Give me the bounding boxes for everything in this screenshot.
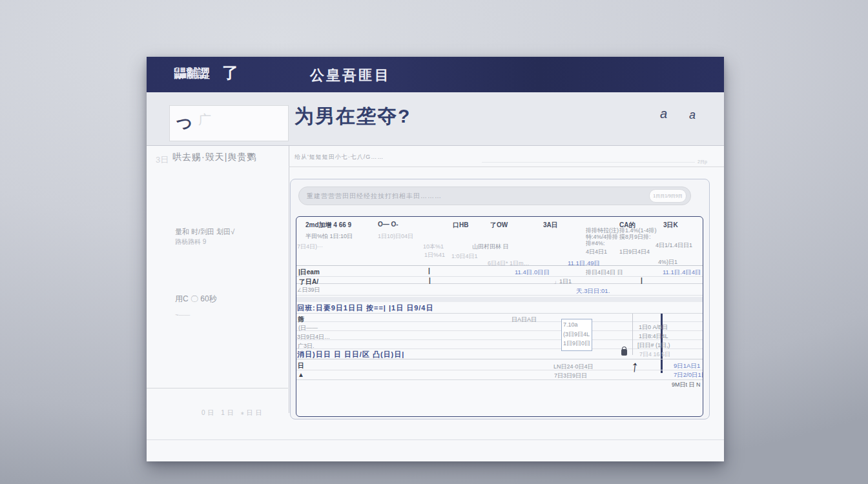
table-fragment: 日 [298, 361, 304, 370]
table-column-line [632, 314, 633, 355]
sidebar-divider [147, 388, 288, 388]
table-fragment: 1日0 A/B日 [639, 323, 668, 332]
table-fragment: 了日A/ [299, 277, 318, 287]
table-fragment: 10本%1 [423, 243, 444, 251]
table-fragment: 1日9日0日 [563, 339, 590, 348]
table-divider [296, 370, 703, 370]
table-fragment: 摸8月9日排: [619, 233, 651, 241]
table-fragment: | [428, 267, 430, 274]
refresh-icon: つ [176, 113, 192, 134]
sidebar-footer-links[interactable]: 0日 1日 ⁎日日 [202, 408, 265, 418]
table-fragment: (日—— [298, 324, 318, 332]
table-fragment: 回班:日要9日1日日 按==| |1日 日9/4日 [297, 303, 433, 313]
table-fragment: ∠日39日 [297, 286, 320, 294]
table-fragment: (3日9日4L [563, 330, 590, 339]
sidebar-item-timer[interactable]: 用C 〇 60秒 [175, 294, 217, 305]
breadcrumb-underline [482, 162, 695, 163]
column-header: 3日K [663, 221, 678, 230]
table-fragment: 筛 [298, 315, 304, 324]
sidebar-item-group-1[interactable]: 量和 时/到田 划田√ [175, 227, 234, 237]
cursor-arrow-icon: ↑ [630, 357, 640, 376]
table-divider [296, 348, 561, 349]
table-fragment: 排日4日4日 日 [586, 268, 623, 277]
sub-header: つ 广 为男在垄夺? a a [147, 92, 724, 146]
table-fragment: 山田村田林 日 [472, 243, 509, 251]
content-panel: 重建营营营田田经经拉技打扫相丰田……… 1日日1/9日9日 [290, 179, 710, 419]
table-fragment: 7日3日9日日 [554, 372, 587, 380]
column-header: 3A日 [543, 221, 558, 230]
logo-text: 鼺黼譅 [174, 65, 209, 82]
table-fragment: 6日4日* 1日m… [488, 259, 530, 268]
table-divider [296, 313, 703, 314]
logo-glyph-icon: 了 [222, 62, 238, 83]
table-divider [296, 339, 561, 340]
table-fragment: 3日9日4日… [297, 333, 330, 341]
search-query-text: 重建营营营田田经经拉技打扫相丰田……… [307, 192, 442, 201]
search-input[interactable]: 重建营营营田田经经拉技打扫相丰田……… 1日日1/9日9日 [298, 187, 691, 205]
table-fragment: 半田%怕 1日:10日 [305, 232, 353, 241]
search-button[interactable]: 1日日1/9日9日 [649, 189, 687, 203]
table-fragment: 1日%41 [424, 251, 445, 259]
sidebar-nav-prefix: 3日 [156, 154, 169, 166]
table-fragment: | [641, 277, 643, 284]
table-fragment: 天.3日日:01. [576, 287, 610, 296]
table-fragment: 日A日A日 [512, 316, 537, 324]
table-fragment: |日eam [298, 268, 320, 277]
table-fragment: 7日4 16 5日 [639, 350, 670, 359]
column-header: O— O- [378, 221, 398, 228]
app-title: 公皇吾匪目 [310, 66, 391, 85]
table-fragment: 9M日t 日 N [672, 381, 701, 389]
table-fragment: 4%)日1 [658, 258, 677, 267]
table-fragment: 1:0日4日1 [451, 252, 478, 261]
table-fragment: 」1日1 [553, 277, 572, 286]
table-fragment: [日日# (1日,) [637, 341, 670, 350]
table-fragment: 1日10)日04日 [378, 232, 413, 241]
sidebar-nav-title[interactable]: 哄去赐·毁天|舆贵鹦 [172, 152, 256, 163]
font-size-small-button[interactable]: a [689, 108, 696, 122]
table-fragment: 1日9日4日4 [619, 248, 650, 256]
table-fragment: 4日4日1 [586, 248, 607, 256]
table-highlight-band [296, 297, 703, 302]
table-fragment: ▲ [298, 371, 304, 378]
data-table: ↑ 2md加增 4 66 9O— O-口HB了OW3A日CA的3日K半田%怕 1… [296, 216, 703, 417]
table-fragment: LN日24·0日4日 [553, 363, 594, 371]
column-header: 了OW [490, 221, 508, 230]
font-size-large-button[interactable]: a [660, 106, 667, 121]
table-fragment: 消日)日日 日 日日/区 凸(日)日| [297, 350, 404, 359]
table-fragment: 11.1日.4日4日 [663, 268, 701, 277]
table-divider [296, 330, 561, 331]
table-fragment: 9日1A日1 [674, 362, 700, 370]
table-fragment: 7日2/0日1日 [674, 371, 703, 379]
app-window: 鼺黼譅 了 公皇吾匪目 つ 广 为男在垄夺? a a 3日 哄去赐·毁天|舆贵鹦… [147, 57, 724, 461]
table-fragment: 7日4日)··· [297, 243, 323, 251]
breadcrumb-row: 给从'短短短田小七·七八/G…… 2日p [289, 145, 724, 167]
table-fragment: | [429, 277, 431, 284]
column-header: 2md加增 4 66 9 [305, 221, 351, 230]
table-fragment: 排#4%: [586, 239, 605, 248]
app-header: 鼺黼譅 了 公皇吾匪目 [147, 57, 724, 92]
table-fragment: 7.10a [563, 321, 578, 328]
sidebar-item-group-2[interactable]: 路杨路科 9 [175, 237, 206, 247]
breadcrumb[interactable]: 给从'短短短田小七·七八/G…… [294, 153, 384, 161]
box-hint-glyph: 广 [198, 111, 211, 128]
sidebar-item-faint: ~—— [175, 312, 190, 318]
page-title: 为男在垄夺? [294, 103, 411, 130]
table-fragment: 11.1日.49日 [568, 259, 600, 268]
breadcrumb-more-link[interactable]: 2日p [698, 159, 707, 165]
table-fragment: 11.4日.0日日 [515, 268, 550, 277]
header-search-box[interactable]: つ 广 [169, 105, 289, 141]
column-header: 口HB [453, 221, 468, 230]
sidebar: 3日 哄去赐·毁天|舆贵鹦 量和 时/到田 划田√ 路杨路科 9 用C 〇 60… [147, 145, 289, 413]
footer-divider [147, 439, 724, 440]
table-divider [296, 295, 703, 296]
table-divider [591, 321, 703, 322]
table-divider [296, 379, 703, 380]
table-fragment: 1日8:4日4L [639, 332, 668, 341]
lock-icon [621, 349, 627, 356]
table-fragment: 4日1/1.4日日1 [656, 241, 692, 250]
